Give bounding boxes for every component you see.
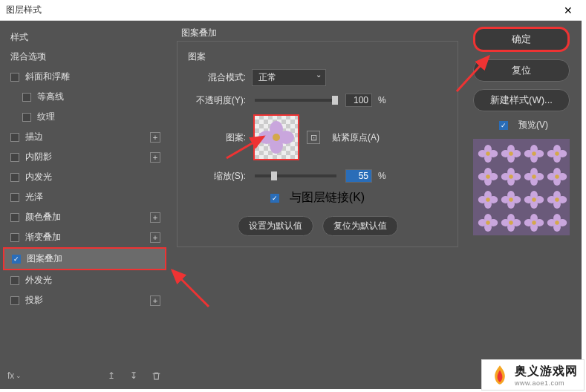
sidebar-item-contour[interactable]: 等高线 [3, 87, 166, 107]
add-icon[interactable]: + [150, 132, 160, 143]
window-title: 图层样式 [6, 4, 42, 16]
blend-mode-dropdown[interactable]: 正常 [252, 69, 326, 86]
set-default-button[interactable]: 设置为默认值 [238, 216, 313, 236]
add-icon[interactable]: + [150, 295, 160, 306]
opacity-input[interactable]: 100 [345, 94, 372, 107]
preview-checkbox[interactable] [499, 121, 508, 130]
sidebar-item-outer-glow[interactable]: 外发光 [3, 270, 166, 290]
checkbox-icon[interactable] [10, 296, 19, 305]
checkbox-icon[interactable] [22, 113, 31, 122]
group-title: 图案叠加 [177, 27, 458, 39]
checkbox-icon[interactable] [10, 233, 19, 242]
svg-line-1 [227, 137, 264, 158]
svg-line-2 [457, 56, 489, 91]
checkbox-icon[interactable] [10, 133, 19, 142]
close-button[interactable]: ✕ [561, 3, 576, 18]
opacity-slider[interactable] [255, 99, 336, 102]
svg-line-0 [172, 270, 209, 307]
checkbox-icon[interactable] [10, 193, 19, 202]
sidebar-item-inner-glow[interactable]: 内发光 [3, 167, 166, 187]
sidebar-header: 样式 [3, 27, 166, 47]
link-layer-checkbox[interactable] [270, 194, 279, 203]
checkbox-icon[interactable] [10, 276, 19, 285]
checkbox-icon[interactable] [10, 153, 19, 162]
ok-button[interactable]: 确定 [473, 27, 570, 52]
opacity-unit: % [378, 95, 386, 105]
scale-input[interactable]: 55 [345, 169, 372, 183]
checkbox-icon[interactable] [10, 173, 19, 182]
checkbox-icon[interactable] [10, 73, 19, 82]
add-icon[interactable]: + [150, 212, 160, 223]
settings-panel: 图案叠加 图案 混合模式: 正常 不透明度(Y): 100 % 图案: [169, 21, 466, 389]
box-title: 图案 [188, 50, 447, 63]
checkbox-icon[interactable] [10, 213, 19, 222]
sidebar-item-texture[interactable]: 纹理 [3, 107, 166, 127]
arrow-up-icon[interactable]: ↥ [105, 370, 117, 382]
opacity-label: 不透明度(Y): [188, 94, 246, 107]
watermark-title: 奥义游戏网 [515, 364, 578, 379]
scale-unit: % [378, 171, 386, 181]
add-icon[interactable]: + [150, 232, 160, 243]
arrow-down-icon[interactable]: ↧ [128, 370, 140, 382]
sidebar-item-bevel[interactable]: 斜面和浮雕 [3, 67, 166, 87]
scale-slider[interactable] [255, 174, 336, 177]
sidebar-item-drop-shadow[interactable]: 投影+ [3, 290, 166, 310]
sidebar-item-color-overlay[interactable]: 颜色叠加+ [3, 207, 166, 227]
watermark-url: www.aoe1.com [515, 379, 578, 387]
trash-icon[interactable] [150, 370, 162, 382]
add-icon[interactable]: + [150, 152, 160, 163]
reset-default-button[interactable]: 复位为默认值 [322, 216, 398, 236]
preview-label: 预览(V) [518, 119, 548, 131]
new-pattern-icon[interactable]: ⊡ [307, 131, 320, 144]
sidebar-item-inner-shadow[interactable]: 内阴影+ [3, 147, 166, 167]
checkbox-icon[interactable] [12, 255, 21, 264]
fx-menu-button[interactable]: fx⌄ [7, 370, 22, 381]
checkbox-icon[interactable] [22, 93, 31, 102]
link-layer-label: 与图层链接(K) [290, 190, 365, 206]
sidebar-item-satin[interactable]: 光泽 [3, 187, 166, 207]
watermark: 奥义游戏网 www.aoe1.com [481, 359, 585, 391]
snap-origin-button[interactable]: 贴紧原点(A) [328, 130, 384, 146]
sidebar-item-stroke[interactable]: 描边+ [3, 127, 166, 147]
sidebar-item-gradient-overlay[interactable]: 渐变叠加+ [3, 227, 166, 247]
sidebar-item-pattern-overlay[interactable]: 图案叠加 [3, 247, 166, 270]
styles-sidebar: 样式 混合选项 斜面和浮雕 等高线 纹理 描边+ 内阴影+ 内发光 光泽 颜色叠… [0, 21, 169, 389]
blend-mode-label: 混合模式: [188, 71, 246, 84]
annotation-arrow-icon [168, 266, 212, 310]
scale-label: 缩放(S): [188, 170, 246, 183]
flame-icon [488, 363, 512, 387]
annotation-arrow-icon [223, 132, 275, 162]
preview-thumbnail [473, 139, 570, 235]
sidebar-item-blend-options[interactable]: 混合选项 [3, 47, 166, 67]
annotation-arrow-icon [453, 50, 498, 95]
